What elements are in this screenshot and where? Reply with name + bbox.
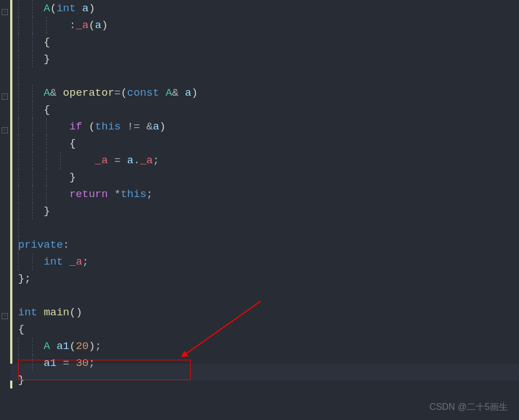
- fold-marker-icon[interactable]: −: [2, 313, 8, 319]
- code-line[interactable]: A a1(20);: [18, 338, 519, 355]
- code-line[interactable]: if (this != &a): [18, 118, 519, 135]
- fold-gutter: − − − −: [0, 0, 10, 420]
- code-line[interactable]: }: [18, 169, 519, 186]
- watermark-text: CSDN @二十5画生: [429, 401, 508, 413]
- fold-marker-icon[interactable]: −: [2, 9, 8, 15]
- code-line[interactable]: A(int a): [18, 0, 519, 17]
- code-line[interactable]: :_a(a): [18, 17, 519, 34]
- code-line[interactable]: [18, 287, 519, 304]
- code-line[interactable]: [18, 220, 519, 236]
- code-content[interactable]: A(int a) :_a(a) { } A& operator=(const A…: [14, 0, 519, 388]
- code-line[interactable]: }: [18, 372, 519, 388]
- code-area[interactable]: A(int a) :_a(a) { } A& operator=(const A…: [10, 0, 519, 420]
- code-line[interactable]: A& operator=(const A& a): [18, 84, 519, 101]
- code-line[interactable]: {: [18, 135, 519, 152]
- code-line[interactable]: }: [18, 203, 519, 220]
- fold-marker-icon[interactable]: −: [2, 93, 8, 100]
- code-line[interactable]: [18, 68, 519, 84]
- code-line[interactable]: int _a;: [18, 253, 519, 270]
- code-line[interactable]: _a = a._a;: [18, 152, 519, 169]
- code-line[interactable]: a1 = 30;: [18, 355, 519, 372]
- code-line[interactable]: {: [18, 34, 519, 51]
- fold-marker-icon[interactable]: −: [2, 127, 8, 133]
- code-line[interactable]: };: [18, 270, 519, 287]
- code-line[interactable]: {: [18, 321, 519, 338]
- code-line[interactable]: private:: [18, 236, 519, 253]
- code-line[interactable]: int main(): [18, 304, 519, 321]
- code-line[interactable]: }: [18, 51, 519, 68]
- code-editor[interactable]: − − − − A(int a) :_a(a) { } A& operator=…: [0, 0, 519, 420]
- code-line[interactable]: {: [18, 101, 519, 118]
- code-line[interactable]: return *this;: [18, 186, 519, 203]
- change-marker: [10, 0, 12, 388]
